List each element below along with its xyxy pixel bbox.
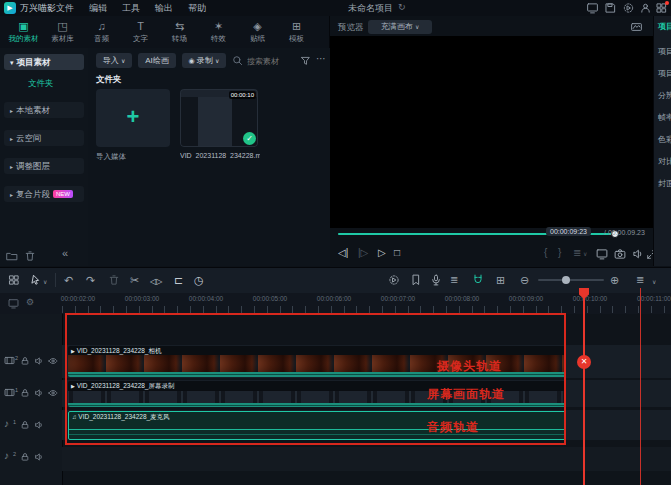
- screen-video-clip[interactable]: ▶ VID_20231128_234228_屏幕录制: [68, 381, 566, 407]
- split-button[interactable]: ◁▷: [150, 275, 162, 289]
- lock-icon[interactable]: [20, 452, 30, 462]
- pointer-tool-icon[interactable]: [30, 274, 42, 286]
- collapse-sidebar-button[interactable]: «: [62, 248, 68, 259]
- track-height-icon[interactable]: ≣: [636, 273, 644, 287]
- timeline-ruler[interactable]: ⚙ 00:00:02:0000:00:03:0000:00:04:0000:00…: [0, 293, 671, 314]
- fullscreen-icon[interactable]: [596, 248, 608, 260]
- snap-magnet-icon[interactable]: [472, 274, 484, 286]
- properties-item-2[interactable]: 分辨: [658, 90, 671, 101]
- tab-label: 素材库: [43, 34, 82, 44]
- export-icon[interactable]: [622, 2, 635, 14]
- tab-icon: ✶: [199, 20, 238, 33]
- snapshot-camera-icon[interactable]: [614, 248, 626, 260]
- timeline-zoom-slider[interactable]: [538, 279, 604, 281]
- sidebar-item-0[interactable]: ▸本地素材: [4, 102, 84, 118]
- sidebar-item-2[interactable]: ▸调整图层: [4, 158, 84, 174]
- speed-button[interactable]: ◷: [194, 273, 204, 287]
- sidebar-item-project-media[interactable]: ▾项目素材: [4, 54, 84, 70]
- filter-icon[interactable]: [300, 55, 311, 66]
- ruler-label-5: 00:00:07:00: [381, 295, 415, 302]
- chevron-down-icon[interactable]: ∨: [583, 251, 587, 257]
- new-folder-icon[interactable]: [6, 250, 18, 262]
- ai-paint-button[interactable]: AI绘画: [138, 53, 176, 68]
- stop-button[interactable]: □: [394, 248, 400, 258]
- tab-4[interactable]: ⇆转场: [160, 20, 199, 44]
- scissors-icon[interactable]: ✂: [130, 273, 139, 287]
- undo-button[interactable]: ↶: [64, 273, 73, 287]
- account-icon[interactable]: [639, 2, 652, 14]
- properties-item-5[interactable]: 对比: [658, 156, 671, 167]
- layout-icon[interactable]: [586, 2, 599, 14]
- trash-icon[interactable]: [108, 274, 120, 286]
- menu-edit[interactable]: 编辑: [85, 0, 111, 16]
- speaker-icon[interactable]: [632, 248, 644, 260]
- chevron-down-icon[interactable]: ∨: [652, 279, 656, 285]
- step-forward-button[interactable]: |▷: [358, 248, 368, 258]
- tab-1[interactable]: ◳素材库: [43, 20, 82, 44]
- voiceover-mic-icon[interactable]: [430, 274, 442, 286]
- properties-item-4[interactable]: 色彩: [658, 134, 671, 145]
- lock-icon[interactable]: [20, 356, 30, 366]
- chevron-down-icon[interactable]: ∨: [43, 279, 47, 285]
- zoom-in-button[interactable]: ⊕: [610, 273, 619, 287]
- menu-export[interactable]: 输出: [151, 0, 177, 16]
- view-mode-dropdown[interactable]: 充满画布 ∨: [368, 20, 432, 34]
- zoom-slider-handle[interactable]: [562, 276, 570, 284]
- tab-5[interactable]: ✶特效: [199, 20, 238, 44]
- speaker-icon[interactable]: [34, 356, 44, 366]
- previous-frame-button[interactable]: ◁|: [338, 248, 348, 258]
- properties-item-0[interactable]: 项目: [658, 46, 671, 57]
- track-manager-icon[interactable]: ≣: [450, 273, 458, 287]
- zoom-fit-button[interactable]: ⊞: [496, 273, 505, 287]
- tab-6[interactable]: ◈贴纸: [238, 20, 277, 44]
- speaker-icon[interactable]: [34, 388, 44, 398]
- sync-icon[interactable]: ↻: [398, 3, 406, 12]
- menu-help[interactable]: 帮助: [184, 0, 210, 16]
- properties-item-6[interactable]: 封面: [658, 178, 671, 189]
- camera-video-clip[interactable]: ▶ VID_20231128_234228_相机: [68, 346, 566, 377]
- redo-button[interactable]: ↷: [86, 273, 95, 287]
- menu-file[interactable]: 文件: [52, 0, 78, 16]
- properties-header[interactable]: 项目: [658, 21, 671, 32]
- mini-monitor-icon[interactable]: [8, 298, 19, 309]
- track-layout-icon[interactable]: [8, 274, 20, 286]
- mark-out-button[interactable]: }: [558, 248, 561, 258]
- speaker-icon[interactable]: [34, 452, 44, 462]
- speaker-icon[interactable]: [34, 420, 44, 430]
- lock-icon[interactable]: [20, 388, 30, 398]
- tab-2[interactable]: ♫音频: [82, 20, 121, 44]
- marker-icon[interactable]: [410, 274, 422, 286]
- mark-in-button[interactable]: {: [544, 248, 547, 258]
- film-track-icon: [4, 355, 15, 366]
- lock-icon[interactable]: [20, 420, 30, 430]
- sidebar-item-folder-selected[interactable]: 文件夹: [28, 78, 54, 90]
- delete-icon[interactable]: [24, 250, 36, 262]
- video-canvas[interactable]: [330, 36, 653, 228]
- crop-button[interactable]: ⊏: [174, 273, 183, 287]
- tab-7[interactable]: ⊞模板: [277, 20, 316, 44]
- eye-icon[interactable]: [48, 388, 58, 398]
- scopes-icon[interactable]: [630, 21, 643, 33]
- search-input[interactable]: [245, 53, 304, 69]
- play-button[interactable]: ▷: [378, 248, 386, 258]
- record-button[interactable]: ◉ 录制 ∨: [182, 53, 226, 68]
- render-preview-icon[interactable]: [388, 274, 400, 286]
- lane-audio2[interactable]: [62, 447, 671, 471]
- menu-tools[interactable]: 工具: [118, 0, 144, 16]
- sidebar-item-3[interactable]: ▸复合片段NEW: [4, 186, 84, 202]
- mic-audio-clip[interactable]: ♫ VID_20231128_234228_麦克风: [68, 411, 566, 440]
- edit-list-button[interactable]: ≣: [573, 248, 581, 258]
- tab-3[interactable]: T文字: [121, 20, 160, 44]
- zoom-out-button[interactable]: ⊖: [520, 273, 529, 287]
- video-thumbnail-card[interactable]: 00:00:10 ✓: [180, 89, 258, 147]
- properties-item-3[interactable]: 帧率: [658, 112, 671, 123]
- import-media-card[interactable]: +: [96, 89, 170, 147]
- tab-0[interactable]: ▣我的素材: [4, 20, 43, 44]
- import-button[interactable]: 导入 ∨: [96, 53, 132, 68]
- save-icon[interactable]: [604, 2, 617, 14]
- eye-icon[interactable]: [48, 356, 58, 366]
- more-icon[interactable]: ⋯: [316, 54, 326, 64]
- sidebar-item-1[interactable]: ▸云空间: [4, 130, 84, 146]
- gear-icon[interactable]: ⚙: [26, 298, 34, 307]
- properties-item-1[interactable]: 项目: [658, 68, 671, 79]
